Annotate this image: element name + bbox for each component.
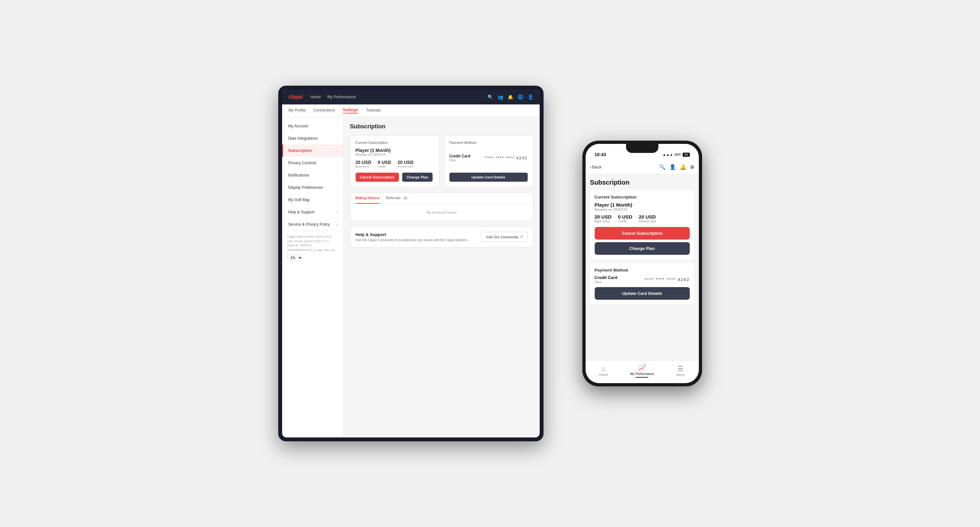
help-description: Visit the Clippd Community to troublesho… bbox=[356, 238, 468, 242]
referrals-badge: 0 bbox=[403, 196, 408, 200]
phone-notch bbox=[626, 144, 659, 153]
payment-brand: Visa bbox=[449, 159, 471, 162]
search-icon[interactable]: 🔍 bbox=[488, 94, 493, 100]
globe-icon[interactable]: 🌐 bbox=[518, 94, 523, 100]
phone-payment-brand: Visa bbox=[595, 280, 618, 284]
phone-current-sub-label: Current Subscription bbox=[595, 195, 690, 200]
sidebar-item-display[interactable]: Display Preferences › bbox=[282, 181, 343, 194]
base-price-amount: 20 USD bbox=[356, 160, 371, 165]
sidebar-item-subscription[interactable]: Subscription › bbox=[282, 144, 343, 157]
tablet-sidebar: My Account › Data Integrations › Subscri… bbox=[282, 117, 344, 437]
phone-update-card-button[interactable]: Update Card Details bbox=[595, 287, 690, 300]
payment-row: Credit Card Visa **** **** **** 4242 bbox=[449, 148, 528, 168]
phone-nav-menu[interactable]: ☰ Menu bbox=[671, 365, 690, 377]
sidebar-item-privacy[interactable]: Privacy Controls › bbox=[282, 157, 343, 169]
sidebar-item-help[interactable]: Help & Support ↗ bbox=[282, 206, 343, 218]
subnav-tutorials[interactable]: Tutorials bbox=[366, 108, 381, 113]
status-time: 10:43 bbox=[595, 152, 606, 157]
tablet-nav-performance[interactable]: My Performance bbox=[328, 95, 356, 99]
subnav-myprofile[interactable]: My Profile bbox=[289, 108, 306, 113]
language-dropdown[interactable]: EN bbox=[287, 255, 303, 261]
sidebar-footer: Clippd Client Version: 2023.07.6-8 GQL S… bbox=[282, 230, 343, 265]
chart-icon: 📈 bbox=[638, 364, 646, 371]
change-plan-button[interactable]: Change Plan bbox=[402, 173, 433, 182]
signal-icon: ▲▲▲ bbox=[663, 152, 673, 157]
phone-payment-row: Credit Card Visa **** **** **** 4242 bbox=[595, 275, 690, 284]
phone-plan-renew: Renews on 25/07/23 bbox=[595, 208, 690, 211]
sidebar-item-notifications[interactable]: Notifications › bbox=[282, 169, 343, 181]
phone-topnav: ‹ Back 🔍 👤 🔔 ⊕ bbox=[585, 160, 699, 174]
tablet-screen: clippd Home My Performance 🔍 👥 🔔 🌐 👤 My … bbox=[282, 90, 540, 437]
chevron-right-icon: › bbox=[337, 124, 338, 128]
subnav-connections[interactable]: Connections bbox=[313, 108, 335, 113]
back-button[interactable]: ‹ Back bbox=[590, 165, 602, 170]
tablet-nav-icons: 🔍 👥 🔔 🌐 👤 bbox=[488, 94, 533, 100]
tablet-main-panel: Subscription Current Subscription Player… bbox=[344, 117, 540, 437]
battery-icon: 85 bbox=[682, 152, 689, 157]
sidebar-item-dataintegrations[interactable]: Data Integrations › bbox=[282, 132, 343, 144]
bell-icon[interactable]: 🔔 bbox=[680, 164, 686, 170]
phone-bottom-nav: ⌂ Home 📈 My Performance ☰ Menu bbox=[585, 360, 699, 383]
plan-pricing: 20 USD Base price 0 USD Credit 20 USD Am… bbox=[356, 160, 434, 168]
help-support-section: Help & Support Visit the Clippd Communit… bbox=[350, 226, 533, 247]
phone-nav-performance[interactable]: 📈 My Performance bbox=[630, 364, 654, 378]
phone-subscription-card: Current Subscription Player (1 Month) Re… bbox=[590, 190, 694, 259]
chevron-right-icon: › bbox=[337, 137, 338, 140]
tablet-subnav: My Profile Connections Settings Tutorial… bbox=[282, 105, 540, 117]
user-avatar-icon[interactable]: 👤 bbox=[528, 94, 533, 100]
update-card-button[interactable]: Update Card Details bbox=[449, 173, 528, 182]
tab-billing-history[interactable]: Billing History bbox=[356, 193, 380, 204]
amount-due: 20 USD bbox=[398, 160, 414, 165]
phone-nav-home[interactable]: ⌂ Home bbox=[594, 365, 613, 377]
users-icon[interactable]: 👥 bbox=[498, 94, 503, 100]
sidebar-item-golfbag[interactable]: My Golf Bag › bbox=[282, 194, 343, 206]
base-price-label: Base price bbox=[356, 165, 371, 168]
credit-col: 0 USD Credit bbox=[378, 160, 391, 168]
subscription-cards-row: Current Subscription Player (1 Month) Re… bbox=[350, 135, 533, 187]
payment-method-card: Payment Method Credit Card Visa **** ***… bbox=[444, 135, 533, 187]
user-icon[interactable]: 👤 bbox=[670, 164, 676, 170]
sidebar-item-myaccount[interactable]: My Account › bbox=[282, 120, 343, 132]
language-selector[interactable]: EN bbox=[287, 255, 338, 261]
phone-payment-card: Payment Method Credit Card Visa **** ***… bbox=[590, 263, 694, 304]
wifi-icon: WiFi bbox=[674, 152, 681, 157]
current-subscription-label: Current Subscription bbox=[356, 141, 434, 144]
phone-payment-type: Credit Card bbox=[595, 275, 618, 280]
tablet-nav-home[interactable]: Home bbox=[310, 95, 321, 99]
tablet-camera bbox=[280, 262, 282, 265]
phone-screen: 10:43 ▲▲▲ WiFi 85 ‹ Back 🔍 👤 🔔 ⊕ Subscri… bbox=[585, 144, 699, 383]
current-subscription-card: Current Subscription Player (1 Month) Re… bbox=[350, 135, 439, 187]
plan-name: Player (1 Month) bbox=[356, 148, 434, 153]
search-icon[interactable]: 🔍 bbox=[659, 164, 665, 170]
tablet-topnav: clippd Home My Performance 🔍 👥 🔔 🌐 👤 bbox=[282, 90, 540, 105]
base-price-col: 20 USD Base price bbox=[356, 160, 371, 168]
help-text: Help & Support Visit the Clippd Communit… bbox=[356, 232, 468, 242]
phone-content: Subscription Current Subscription Player… bbox=[585, 174, 699, 360]
chevron-right-icon: › bbox=[337, 174, 338, 177]
billing-empty-message: No Invoices Found bbox=[350, 204, 533, 221]
tablet-logo: clippd bbox=[289, 94, 303, 100]
sidebar-item-privacy-policy[interactable]: Service & Privacy Policy ↗ bbox=[282, 218, 343, 230]
tab-referrals[interactable]: Referrals 0 bbox=[386, 193, 408, 204]
plus-icon[interactable]: ⊕ bbox=[690, 164, 694, 170]
help-title: Help & Support bbox=[356, 232, 468, 237]
tablet-content-area: My Account › Data Integrations › Subscri… bbox=[282, 117, 540, 437]
page-title: Subscription bbox=[350, 123, 533, 130]
cancel-subscription-button[interactable]: Cancel Subscription bbox=[356, 173, 399, 182]
phone-payment-label: Payment Method bbox=[595, 268, 690, 273]
amount-due-label: Amount due bbox=[398, 165, 414, 168]
phone-payment-number: **** **** **** 4242 bbox=[645, 277, 689, 282]
phone-credit: 0 USD Credit bbox=[618, 214, 632, 223]
plan-renew-date: Renews on 25/07/23 bbox=[356, 153, 434, 157]
phone-device: 10:43 ▲▲▲ WiFi 85 ‹ Back 🔍 👤 🔔 ⊕ Subscri… bbox=[582, 141, 702, 386]
phone-change-plan-button[interactable]: Change Plan bbox=[595, 242, 690, 255]
phone-pricing: 20 USD Base price 0 USD Credit 20 USD Am… bbox=[595, 214, 690, 223]
tablet-nav-links: Home My Performance bbox=[310, 95, 480, 99]
amount-due-col: 20 USD Amount due bbox=[398, 160, 414, 168]
phone-cancel-button[interactable]: Cancel Subscription bbox=[595, 227, 690, 240]
menu-icon: ☰ bbox=[678, 365, 683, 373]
bell-icon[interactable]: 🔔 bbox=[508, 94, 513, 100]
subnav-settings[interactable]: Settings bbox=[343, 108, 358, 113]
status-icons: ▲▲▲ WiFi 85 bbox=[663, 152, 690, 157]
visit-community-button[interactable]: Visit Our Community ↗ bbox=[481, 232, 528, 242]
